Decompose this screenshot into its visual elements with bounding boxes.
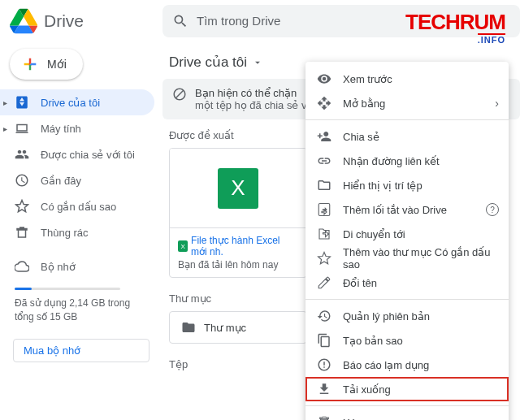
expand-icon: ▸: [3, 124, 7, 133]
block-icon: [172, 87, 187, 102]
ctx-make-copy[interactable]: Tạo bản sao: [306, 328, 509, 353]
chevron-down-icon: [252, 57, 263, 68]
sidebar: Mới ▸ Drive của tôi ▸ Máy tính Được chia…: [0, 42, 162, 420]
ctx-manage-versions[interactable]: Quản lý phiên bản: [306, 304, 509, 328]
help-icon[interactable]: ?: [486, 203, 499, 216]
history-icon: [317, 309, 332, 323]
expand-icon: ▸: [3, 98, 7, 107]
folder-outline-icon: [317, 178, 332, 193]
search-bar[interactable]: Tìm trong Drive: [162, 5, 520, 37]
context-menu: Xem trước Mở bằng› Chia sẻ Nhận đường li…: [306, 62, 509, 420]
ctx-add-shortcut[interactable]: Thêm lối tắt vào Drive?: [306, 197, 509, 222]
link-icon: [317, 154, 332, 168]
storage-info: Đã sử dụng 2,14 GB trong tổng số 15 GB: [0, 279, 162, 332]
ctx-remove[interactable]: Xóa: [306, 410, 509, 420]
buy-storage-button[interactable]: Mua bộ nhớ: [13, 339, 150, 362]
clock-icon: [15, 173, 29, 188]
ctx-show-location[interactable]: Hiển thị vị trí tệp: [306, 173, 509, 197]
file-name: X File thực hành Excel mới nh.: [178, 235, 298, 258]
file-card[interactable]: X X File thực hành Excel mới nh. Bạn đã …: [169, 148, 307, 278]
ctx-open-with[interactable]: Mở bằng›: [306, 91, 509, 115]
nav-recent[interactable]: Gần đây: [0, 167, 154, 193]
report-icon: [317, 357, 332, 372]
brand[interactable]: Drive: [0, 7, 162, 35]
search-icon: [172, 13, 188, 29]
ctx-preview[interactable]: Xem trước: [306, 67, 509, 91]
file-subtitle: Bạn đã tải lên hôm nay: [178, 259, 298, 271]
file-thumbnail: X: [170, 149, 306, 228]
nav-storage[interactable]: Bộ nhớ: [0, 253, 154, 279]
move-icon: [317, 227, 332, 241]
star-outline-icon: [317, 251, 332, 266]
cloud-icon: [15, 259, 29, 274]
search-placeholder: Tìm trong Drive: [197, 14, 280, 28]
shared-icon: [15, 147, 29, 162]
nav-computers[interactable]: ▸ Máy tính: [0, 115, 154, 141]
ctx-get-link[interactable]: Nhận đường liên kết: [306, 149, 509, 173]
eye-icon: [317, 71, 332, 86]
new-button[interactable]: Mới: [10, 49, 83, 80]
ctx-share[interactable]: Chia sẻ: [306, 124, 509, 149]
chevron-right-icon: ›: [495, 97, 499, 110]
ctx-rename[interactable]: Đổi tên: [306, 271, 509, 295]
download-icon: [317, 382, 332, 396]
ctx-download[interactable]: Tải xuống: [306, 377, 509, 401]
folder-icon: [181, 320, 196, 335]
drive-folder-icon: [15, 95, 29, 110]
excel-mini-icon: X: [178, 240, 188, 252]
nav-trash[interactable]: Thùng rác: [0, 219, 154, 245]
star-icon: [15, 199, 29, 214]
delete-icon: [317, 415, 332, 420]
open-with-icon: [317, 96, 332, 110]
excel-icon: X: [218, 168, 258, 209]
ctx-add-starred[interactable]: Thêm vào thư mục Có gắn dấu sao: [306, 246, 509, 271]
plus-icon: [21, 55, 39, 73]
ctx-move-to[interactable]: Di chuyển tới: [306, 222, 509, 246]
edit-icon: [317, 275, 332, 290]
ctx-report-abuse[interactable]: Báo cáo lạm dụng: [306, 353, 509, 377]
copy-icon: [317, 333, 332, 348]
nav-shared[interactable]: Được chia sẻ với tôi: [0, 141, 154, 167]
brand-text: Drive: [44, 11, 84, 31]
trash-icon: [15, 225, 29, 240]
person-add-icon: [317, 129, 332, 144]
folder-item[interactable]: Thư mục: [169, 311, 307, 344]
drive-logo-icon: [10, 7, 37, 35]
computer-icon: [15, 121, 29, 136]
shortcut-icon: [317, 202, 332, 217]
nav-starred[interactable]: Có gắn dấu sao: [0, 193, 154, 219]
nav-my-drive[interactable]: ▸ Drive của tôi: [0, 89, 154, 115]
